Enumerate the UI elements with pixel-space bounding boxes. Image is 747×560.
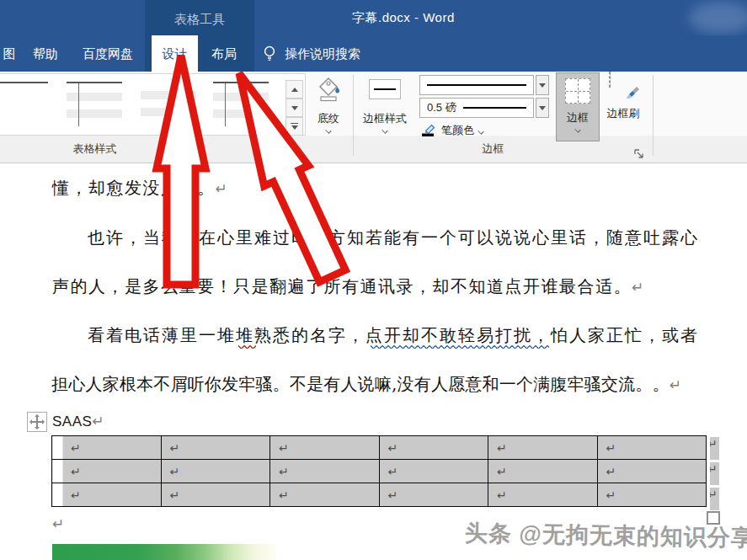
table-cell[interactable]: ↵ — [379, 460, 488, 483]
table-row: ↵ ↵ ↵ ↵ ↵ ↵ — [52, 460, 707, 483]
pen-color-icon — [421, 121, 437, 141]
table-style-thumbnail[interactable] — [67, 82, 122, 126]
tab-layout[interactable]: 布局 — [200, 35, 248, 72]
group-separator — [353, 75, 354, 156]
table-style-thumbnail[interactable] — [213, 82, 269, 126]
table-move-handle[interactable] — [27, 412, 47, 432]
paragraph-mark: ↵ — [632, 279, 645, 296]
four-way-arrow-icon — [29, 413, 45, 430]
chevron-down-icon — [478, 128, 483, 134]
table-styles-gallery — [0, 73, 306, 136]
table-cell[interactable]: ↵ — [161, 460, 270, 483]
paragraph: 也许，当我们在心里难过时，方知若能有一个可以说说心里话，随意吐露心 — [88, 227, 699, 249]
avatar — [689, 2, 747, 34]
tell-me-search[interactable]: 操作说明搜索 — [285, 35, 360, 72]
table-style-thumbnail[interactable] — [141, 82, 196, 126]
borders-grid-icon — [565, 78, 590, 104]
table-cell[interactable]: ↵ — [488, 483, 598, 507]
table-cell[interactable]: ↵ — [161, 436, 270, 460]
line-style-combo[interactable] — [419, 75, 534, 95]
table-cell[interactable]: ↵ — [52, 436, 162, 460]
chevron-down-icon — [325, 127, 331, 133]
gallery-scroll-up-button[interactable] — [285, 80, 303, 99]
pen-color-button[interactable]: 笔颜色 — [421, 120, 483, 141]
paragraph: 懂，却愈发没人懂。↵ — [52, 177, 228, 200]
table-cell[interactable]: ↵ — [270, 436, 380, 460]
table-cell[interactable]: ↵ — [379, 436, 488, 460]
ribbon-tab-bar: 图 帮助 百度网盘 设计 布局 操作说明搜索 — [0, 35, 747, 72]
borders-group-label: 边框 — [470, 141, 516, 157]
table-cell[interactable]: ↵ — [488, 460, 598, 483]
brush-icon — [622, 84, 641, 103]
shading-label: 底纹 — [317, 111, 339, 126]
group-separator — [653, 75, 654, 156]
tab-help[interactable]: 帮助 — [25, 35, 66, 72]
table-cell[interactable]: ↵ — [270, 460, 380, 483]
ribbon: 表格样式 底纹 边框样式 0.5 磅 — [0, 72, 747, 163]
word-window: 表格工具 字幕.docx - Word 图 帮助 百度网盘 设计 布局 操作说明… — [0, 0, 747, 560]
gallery-more-button[interactable] — [285, 117, 303, 136]
spellcheck-squiggle-red — [238, 345, 256, 349]
table-cell[interactable]: ↵ — [52, 483, 162, 507]
table-cell[interactable]: ↵ — [597, 436, 707, 460]
border-painter-button[interactable]: 边框刷 — [601, 72, 645, 141]
table-row: ↵ ↵ ↵ ↵ ↵ ↵ — [52, 483, 707, 507]
grammar-squiggle-blue — [371, 345, 549, 349]
embedded-green-image — [52, 544, 276, 560]
table-cell[interactable]: ↵ — [270, 483, 380, 507]
border-styles-button[interactable]: 边框样式 — [359, 73, 411, 142]
line-weight-value: 0.5 磅 — [427, 100, 456, 115]
shading-bucket-icon — [316, 76, 341, 106]
table-caption: SAAS↵ — [52, 413, 104, 430]
document-title: 字幕.docx - Word — [352, 10, 455, 26]
pen-color-label: 笔颜色 — [441, 123, 474, 138]
table-cell[interactable]: ↵ — [488, 436, 598, 460]
borders-button[interactable]: 边框 — [556, 72, 600, 141]
paragraph-mark: ↵ — [670, 376, 681, 393]
row-end-mark: ↵ — [710, 488, 719, 510]
paragraph: 声的人，是多么重要！只是翻遍了所有通讯录，却不知道点开谁最合适。↵ — [52, 275, 645, 298]
dialog-launcher-icon[interactable] — [633, 148, 645, 160]
table-styles-group-label: 表格样式 — [46, 141, 143, 157]
document-table[interactable]: ↵ ↵ ↵ ↵ ↵ ↵ ↵ ↵ ↵ ↵ ↵ ↵ ↵ ↵ ↵ ↵ ↵ ↵ — [51, 435, 707, 507]
line-style-dropdown-button[interactable] — [536, 75, 549, 95]
border-style-sample-icon — [369, 79, 401, 99]
table-cell[interactable]: ↵ — [52, 460, 162, 483]
title-bar: 表格工具 字幕.docx - Word — [0, 0, 747, 35]
border-painter-grid-icon — [609, 72, 611, 88]
table-style-thumbnail[interactable] — [0, 82, 48, 126]
watermark-text: 头条 @无拘无束的知识分享 — [465, 518, 747, 553]
border-styles-label: 边框样式 — [363, 111, 407, 126]
paragraph: 看着电话薄里一堆堆熟悉的名字，点开却不敢轻易打扰，怕人家正忙，或者 — [88, 324, 699, 347]
row-end-mark: ↵ — [710, 437, 719, 460]
table-cell[interactable]: ↵ — [379, 483, 488, 507]
contextual-tab-group-header: 表格工具 — [145, 0, 254, 35]
lightbulb-icon — [261, 45, 278, 63]
border-painter-label: 边框刷 — [607, 106, 640, 121]
row-end-mark: ↵ — [710, 462, 719, 485]
tab-baidu-netdisk[interactable]: 百度网盘 — [74, 35, 141, 72]
shading-button[interactable]: 底纹 — [307, 73, 350, 142]
gallery-scroll-down-button[interactable] — [285, 99, 303, 117]
paragraph: 担心人家根本不屑听你发牢骚。不是有人说嘛,没有人愿意和一个满腹牢骚交流。。↵ — [51, 373, 681, 396]
chevron-down-icon — [574, 126, 580, 132]
table-cell[interactable]: ↵ — [161, 483, 270, 507]
paragraph-mark: ↵ — [52, 515, 64, 532]
table-cell[interactable]: ↵ — [597, 460, 707, 483]
tab-view-partial[interactable]: 图 — [0, 35, 19, 72]
chevron-down-icon — [382, 127, 387, 133]
document-page[interactable]: 懂，却愈发没人懂。↵ 也许，当我们在心里难过时，方知若能有一个可以说说心里话，随… — [0, 163, 747, 560]
contextual-tab-group-label: 表格工具 — [145, 0, 254, 35]
line-weight-dropdown-button[interactable] — [536, 98, 549, 118]
tab-design[interactable]: 设计 — [152, 35, 198, 72]
paragraph-mark: ↵ — [92, 413, 104, 429]
table-cell[interactable]: ↵ — [597, 483, 707, 507]
paragraph-mark: ↵ — [216, 180, 229, 197]
line-weight-combo[interactable]: 0.5 磅 — [419, 98, 534, 118]
table-row: ↵ ↵ ↵ ↵ ↵ ↵ — [52, 436, 707, 460]
borders-button-label: 边框 — [567, 110, 589, 125]
